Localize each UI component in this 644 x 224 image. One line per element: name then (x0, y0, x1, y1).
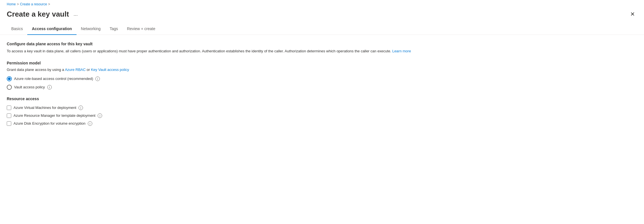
ellipsis-button[interactable]: ... (72, 10, 79, 18)
breadcrumb-separator-1: > (17, 2, 19, 6)
tab-networking[interactable]: Networking (77, 23, 105, 35)
checkbox-azure-vms[interactable]: Azure Virtual Machines for deployment i (7, 106, 637, 110)
subtitle-mid: or (86, 68, 91, 72)
page-header: Create a key vault ... ✕ (0, 8, 644, 23)
radio-group: Azure role-based access control (recomme… (7, 76, 637, 90)
configure-section: Configure data plane access for this key… (7, 42, 637, 54)
description-part2: . Authentication establishes the identit… (200, 49, 391, 53)
permission-subtitle: Grant data plane access by using a Azure… (7, 68, 637, 72)
checkbox-azure-disk-encryption-input[interactable] (7, 121, 11, 126)
description-part1: To access a key vault in data plane, all… (7, 49, 179, 53)
subtitle-part1: Grant data plane access by using a (7, 68, 65, 72)
radio-azure-rbac-input[interactable] (7, 76, 12, 81)
azure-resource-manager-info-icon[interactable]: i (98, 113, 102, 118)
radio-vault-access-policy-input[interactable] (7, 85, 12, 90)
checkbox-azure-resource-manager-label: Azure Resource Manager for template depl… (14, 113, 95, 118)
checkbox-azure-disk-encryption-label: Azure Disk Encryption for volume encrypt… (14, 121, 86, 126)
checkbox-azure-vms-input[interactable] (7, 106, 11, 110)
permission-model-section: Permission model Grant data plane access… (7, 61, 637, 90)
radio-vault-access-policy-label: Vault access policy (14, 85, 45, 89)
tab-basics[interactable]: Basics (7, 23, 27, 35)
tabs-container: Basics Access configuration Networking T… (0, 23, 644, 35)
tab-tags[interactable]: Tags (105, 23, 123, 35)
radio-azure-rbac[interactable]: Azure role-based access control (recomme… (7, 76, 637, 81)
page-container: Home > Create a resource > Create a key … (0, 0, 644, 133)
permission-model-title: Permission model (7, 61, 637, 65)
checkbox-azure-disk-encryption[interactable]: Azure Disk Encryption for volume encrypt… (7, 121, 637, 126)
breadcrumb-separator-2: > (48, 2, 50, 6)
key-vault-link[interactable]: Key Vault access policy (91, 68, 129, 72)
checkbox-azure-resource-manager[interactable]: Azure Resource Manager for template depl… (7, 113, 637, 118)
resource-access-title: Resource access (7, 97, 637, 101)
configure-description: To access a key vault in data plane, all… (7, 48, 637, 54)
learn-more-link[interactable]: Learn more (392, 49, 411, 53)
resource-access-section: Resource access Azure Virtual Machines f… (7, 97, 637, 126)
breadcrumb-home[interactable]: Home (7, 2, 16, 6)
azure-rbac-info-icon[interactable]: i (95, 77, 100, 81)
checkbox-group: Azure Virtual Machines for deployment i … (7, 106, 637, 126)
tab-access-configuration[interactable]: Access configuration (27, 23, 76, 35)
tab-review-create[interactable]: Review + create (122, 23, 160, 35)
close-button[interactable]: ✕ (628, 10, 637, 19)
radio-azure-rbac-label: Azure role-based access control (recomme… (14, 77, 93, 81)
page-title-area: Create a key vault ... (7, 10, 79, 19)
configure-title: Configure data plane access for this key… (7, 42, 637, 46)
radio-vault-access-policy[interactable]: Vault access policy i (7, 85, 637, 90)
azure-vms-info-icon[interactable]: i (78, 106, 83, 110)
description-bold: authorization (179, 49, 200, 53)
azure-rbac-link[interactable]: Azure RBAC (65, 68, 86, 72)
checkbox-azure-resource-manager-input[interactable] (7, 113, 11, 118)
azure-disk-encryption-info-icon[interactable]: i (88, 121, 92, 126)
main-content: Configure data plane access for this key… (0, 35, 644, 133)
breadcrumb: Home > Create a resource > (0, 0, 644, 8)
page-title: Create a key vault (7, 10, 69, 19)
breadcrumb-create-resource[interactable]: Create a resource (20, 2, 47, 6)
vault-access-policy-info-icon[interactable]: i (47, 85, 52, 89)
checkbox-azure-vms-label: Azure Virtual Machines for deployment (14, 106, 76, 110)
